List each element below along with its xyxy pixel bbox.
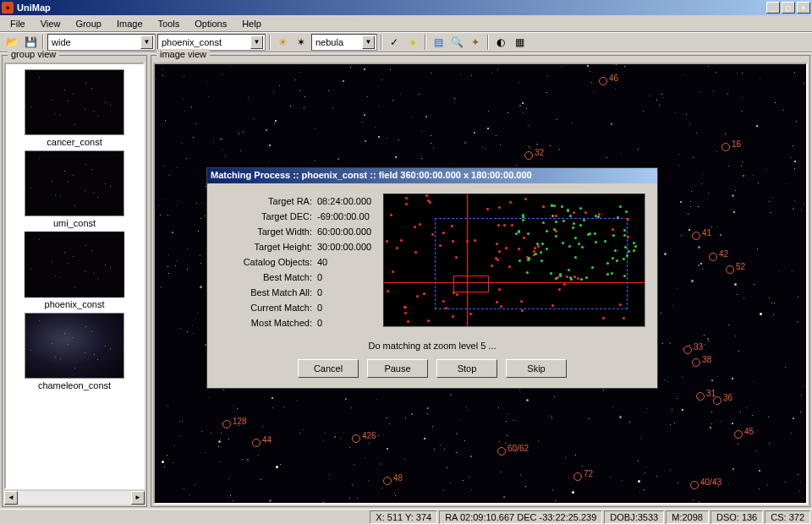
menu-options[interactable]: Options	[188, 17, 233, 30]
catalog-point	[522, 219, 524, 221]
check-button[interactable]: ✓	[386, 34, 403, 51]
star	[746, 407, 747, 408]
list-button[interactable]: ▤	[430, 34, 447, 51]
list-item[interactable]: umi_const	[25, 150, 124, 228]
star	[163, 166, 164, 166]
star	[461, 420, 462, 421]
scroll-track[interactable]	[18, 491, 131, 505]
scroll-right-button[interactable]: ►	[131, 491, 145, 505]
star	[169, 175, 170, 176]
star	[547, 75, 548, 76]
menu-group[interactable]: Group	[69, 17, 108, 30]
group-view-hscroll[interactable]: ◄ ►	[4, 491, 145, 505]
star	[713, 90, 714, 91]
group-select[interactable]: wide ▼	[47, 34, 156, 51]
star	[269, 499, 272, 502]
star	[516, 165, 517, 166]
dialog-row-label: Target Height:	[219, 242, 317, 252]
dialog-row-label: Target RA:	[219, 196, 317, 206]
star	[758, 183, 759, 183]
image-point	[392, 270, 394, 273]
image-select[interactable]: phoenix_const ▼	[157, 34, 266, 51]
star	[337, 158, 339, 160]
star	[162, 69, 163, 70]
menu-file[interactable]: File	[3, 17, 32, 30]
star	[464, 440, 465, 441]
minimize-button[interactable]: _	[766, 2, 780, 14]
star	[432, 426, 433, 427]
sun-icon-button[interactable]: ☀	[274, 34, 291, 51]
menu-help[interactable]: Help	[235, 17, 268, 30]
star	[419, 94, 420, 95]
catalog-point	[612, 257, 614, 259]
star	[769, 201, 770, 202]
star	[572, 491, 574, 494]
chevron-down-icon: ▼	[140, 35, 153, 49]
image-point	[497, 224, 500, 227]
star	[638, 480, 640, 483]
star	[200, 255, 200, 256]
list-item[interactable]: phoenix_const	[25, 232, 124, 309]
star	[732, 378, 733, 379]
close-button[interactable]: ×	[797, 2, 810, 14]
star	[187, 331, 188, 332]
search-button[interactable]: 🔍	[448, 34, 465, 51]
star	[559, 149, 560, 150]
star	[349, 447, 350, 448]
star-icon-button[interactable]: ✶	[293, 34, 310, 51]
object-label: 32	[535, 148, 544, 157]
star	[470, 456, 472, 457]
catalog-point	[579, 207, 582, 210]
catalog-point	[555, 235, 557, 237]
yellow-dot-button[interactable]: ●	[404, 34, 421, 51]
stop-button[interactable]: Stop	[436, 359, 497, 378]
catalog-point	[579, 224, 582, 227]
star	[411, 413, 413, 415]
open-button[interactable]: 📂	[3, 34, 20, 51]
star	[589, 418, 590, 419]
star	[387, 418, 387, 418]
pause-button[interactable]: Pause	[367, 359, 428, 378]
star	[701, 183, 702, 184]
star	[582, 466, 583, 467]
star	[272, 397, 273, 399]
star	[732, 423, 733, 424]
status-m: M:2098	[666, 510, 709, 524]
star	[491, 73, 492, 74]
star	[716, 72, 716, 73]
object-marker	[524, 151, 533, 160]
menu-view[interactable]: View	[34, 17, 68, 30]
thumbnail-image	[25, 313, 124, 379]
group-view-list[interactable]: cancer_const umi_const phoenix_const cha…	[4, 63, 145, 489]
star	[471, 75, 472, 76]
maximize-button[interactable]: □	[782, 2, 795, 14]
pin-button[interactable]: ✦	[467, 34, 484, 51]
scroll-left-button[interactable]: ◄	[4, 491, 18, 505]
star	[209, 397, 210, 398]
catalog-point	[574, 256, 577, 259]
theme-button[interactable]: ◐	[492, 34, 509, 51]
list-item[interactable]: cancer_const	[25, 69, 124, 147]
image-point	[602, 317, 605, 319]
star	[357, 498, 358, 499]
menu-image[interactable]: Image	[110, 17, 150, 30]
search-type-select[interactable]: nebula ▼	[311, 34, 377, 51]
star	[575, 455, 576, 456]
star	[474, 132, 475, 134]
star	[162, 461, 164, 463]
star	[400, 94, 401, 95]
star	[184, 489, 184, 489]
star	[497, 69, 498, 70]
star	[195, 484, 195, 485]
thumbnail-label: chameleon_const	[25, 380, 124, 390]
save-button[interactable]: 💾	[22, 34, 39, 51]
grid-button[interactable]: ▦	[511, 34, 528, 51]
star	[508, 413, 509, 414]
skip-button[interactable]: Skip	[506, 359, 567, 378]
object-marker	[692, 232, 700, 240]
menu-tools[interactable]: Tools	[151, 17, 187, 30]
list-item[interactable]: chameleon_const	[25, 313, 124, 390]
cancel-button[interactable]: Cancel	[298, 359, 359, 378]
star	[262, 426, 263, 427]
star	[304, 96, 305, 97]
